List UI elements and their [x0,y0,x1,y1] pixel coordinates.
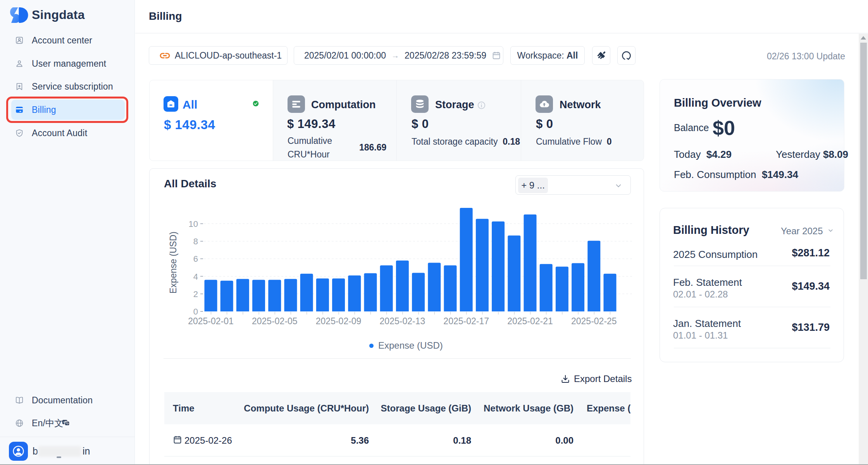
svg-text:0: 0 [193,307,198,316]
svg-text:2025-02-01: 2025-02-01 [188,316,234,326]
svg-text:6: 6 [193,254,198,264]
svg-text:中: 中 [66,422,69,425]
svg-text:10: 10 [189,219,198,229]
svg-text:2: 2 [193,289,198,299]
svg-text:8: 8 [193,237,198,246]
svg-text:2025-02-13: 2025-02-13 [380,316,425,326]
svg-text:2025-02-17: 2025-02-17 [443,316,489,326]
svg-text:2025-02-21: 2025-02-21 [507,316,553,326]
svg-text:2025-02-09: 2025-02-09 [316,316,362,326]
svg-text:2025-02-25: 2025-02-25 [571,316,617,326]
svg-text:2025-02-05: 2025-02-05 [252,316,298,326]
svg-text:Expense (USD): Expense (USD) [168,232,178,294]
svg-text:4: 4 [193,272,198,282]
